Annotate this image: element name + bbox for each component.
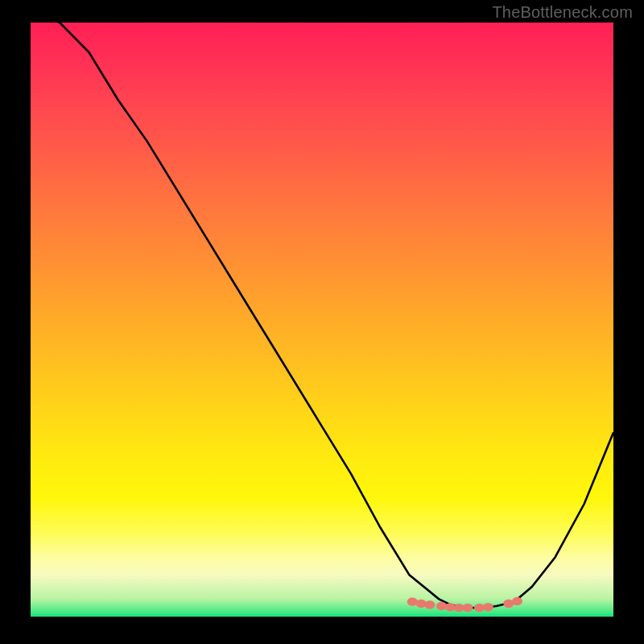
gradient-background	[31, 23, 613, 617]
plot-area	[31, 23, 613, 617]
chart-stage: TheBottleneck.com	[0, 0, 644, 644]
attribution-text: TheBottleneck.com	[492, 3, 633, 22]
baseline-strip	[31, 614, 613, 617]
